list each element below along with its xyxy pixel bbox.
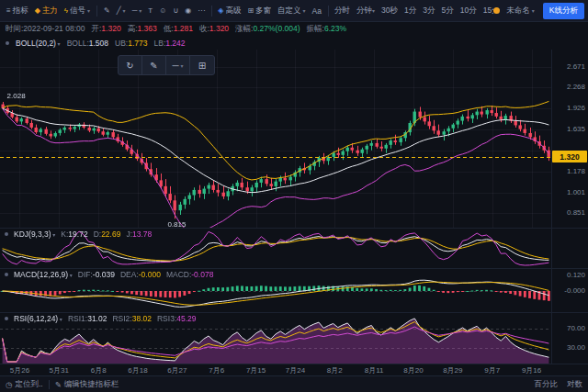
brush-button[interactable]: ✎: [142, 56, 166, 74]
price-axis-label: 2.671: [567, 62, 585, 71]
custom-label: 自定义: [277, 6, 301, 17]
timeframe-1分[interactable]: 1分: [401, 4, 419, 18]
timeframe-label: 分时: [334, 6, 350, 15]
chevron-down-icon: ▾: [51, 232, 56, 238]
candlestick-chart[interactable]: [0, 50, 551, 228]
field-label: DIF:: [78, 270, 93, 279]
line-style-button[interactable]: ─▾: [166, 56, 190, 74]
indicators-label: 指标: [13, 6, 28, 17]
timeframe-10分[interactable]: 10分: [458, 4, 480, 18]
indicator-name: BOLL(20,2): [16, 39, 56, 48]
candle-time: 时间:2022-09-21 08:00: [6, 24, 85, 35]
boll-name-button[interactable]: BOLL(20,2) ▾: [16, 39, 61, 48]
ohlc-field-涨幅: 涨幅:0.27%(0.004): [235, 24, 300, 35]
scale-log-button[interactable]: 对数: [567, 379, 582, 390]
timeframe-label: 15分: [483, 6, 494, 15]
draw-tool-horizontal-line-tool[interactable]: ─▾: [130, 6, 145, 17]
date-label: 5月31: [50, 365, 69, 375]
goto-date-button[interactable]: ◷ 定位到..: [6, 379, 43, 390]
timeframe-3分[interactable]: 3分: [420, 4, 437, 18]
kdj-axis[interactable]: [551, 229, 588, 268]
timeframe-15分[interactable]: 15分: [481, 4, 494, 18]
timeframe-30秒[interactable]: 30秒: [379, 4, 401, 18]
ohlc-field-低: 低:1.281: [164, 24, 193, 35]
date-label: 9月16: [522, 365, 541, 375]
draw-tool-emoji-tool[interactable]: ☺: [156, 6, 169, 17]
date-labels: 5月265月316月86月186月277月67月157月248月28月118月2…: [0, 364, 551, 375]
signal-button[interactable]: ϟ信号▾: [62, 4, 93, 18]
rsi-header: RSI(6,12,24) ▾RSI1:31.02RSI2:38.02RSI3:4…: [5, 314, 197, 323]
layout-name-button[interactable]: 未命名▾: [503, 4, 537, 18]
draw-tool-trendline-tool[interactable]: ╱▾: [114, 6, 129, 17]
time-axis[interactable]: 5月265月316月86月186月277月67月157月248月28月118月2…: [0, 364, 588, 375]
chevron-down-icon: ▾: [139, 7, 141, 14]
top-toolbar: ≡指标◆主力ϟ信号▾✎╱▾─▾T☺∪◉⋯ ◈高级⊞多窗自定义▾Aa 分时分钟▾3…: [0, 0, 588, 22]
price-axis[interactable]: 1.320 2.6712.2681.9261.6351.1781.0010.85…: [551, 50, 588, 228]
rsi-axis[interactable]: 70.0030.00: [551, 313, 588, 364]
horizontal-line-tool-icon: ─: [132, 7, 138, 15]
more-tools-icon: ⋯: [198, 7, 205, 15]
draw-tool-more-tools[interactable]: ⋯: [195, 6, 208, 17]
history-icon: ↻: [126, 61, 133, 71]
main-force-label: 主力: [42, 6, 58, 17]
field-label: 收:: [199, 24, 209, 33]
chevron-down-icon: ▾: [123, 7, 126, 14]
kdj-field-D: D:22.69: [94, 230, 121, 239]
draw-tool-brush-tool[interactable]: ✎: [101, 6, 113, 17]
main-force-button[interactable]: ◆主力: [32, 4, 61, 18]
indicator-icon: ≡: [6, 7, 11, 15]
macd-axis[interactable]: 0.120-0.000: [551, 269, 588, 312]
history-button[interactable]: ↻: [119, 56, 142, 74]
status-bar: ◷ 定位到.. ✎ 编辑快捷指标栏 百分比对数: [0, 375, 588, 392]
chevron-down-icon: ▾: [532, 7, 535, 14]
price-axis-label: 0.851: [567, 208, 585, 217]
price-axis-label: 1.001: [567, 188, 585, 196]
boll-field-BOLL: BOLL:1.508: [67, 39, 108, 48]
date-label: 6月8: [91, 365, 107, 375]
date-label: 8月20: [403, 365, 423, 375]
boll-field-UB: UB:1.773: [115, 39, 147, 48]
field-label: D:: [94, 230, 102, 239]
field-value: 1.320: [101, 24, 120, 33]
font-size-button[interactable]: Aa: [310, 5, 324, 17]
edit-shortcut-indicators-button[interactable]: ✎ 编辑快捷指标栏: [55, 379, 119, 390]
kdj-name-button[interactable]: KDJ(9,3,3) ▾: [14, 230, 55, 239]
field-value: 1.281: [174, 24, 193, 33]
advanced-label: 高级: [225, 6, 241, 17]
field-label: MACD:: [166, 270, 191, 279]
kline-analysis-button[interactable]: K线分析: [543, 3, 584, 19]
field-value: 19.72: [68, 230, 87, 239]
draw-tool-magnet-tool[interactable]: ∪: [170, 6, 181, 17]
ohlc-field-振幅: 振幅:6.23%: [307, 24, 346, 35]
field-value: 13.78: [132, 230, 152, 239]
advanced-icon: ◈: [218, 7, 223, 15]
draw-tool-visibility-tool[interactable]: ◉: [182, 6, 194, 17]
field-value: -0.078: [191, 270, 213, 279]
timeframe-分时[interactable]: 分时: [332, 4, 353, 18]
scale-percent-button[interactable]: 百分比: [535, 379, 559, 390]
indicators-button[interactable]: ≡指标: [4, 4, 31, 18]
rsi-name-button[interactable]: RSI(6,12,24) ▾: [14, 314, 62, 323]
field-value: 1.320: [209, 24, 229, 33]
boll-field-LB: LB:1.242: [153, 39, 185, 48]
grid-layout-button[interactable]: ⊞: [190, 56, 214, 74]
rsi-field-RSI3: RSI3:45.29: [157, 314, 197, 323]
edit-icon: ✎: [55, 380, 62, 389]
timeframe-分钟[interactable]: 分钟▾: [354, 4, 378, 18]
multi-window-button[interactable]: ⊞多窗: [244, 4, 274, 18]
price-axis-label: 1.926: [567, 104, 585, 112]
macd-name-button[interactable]: MACD(12,26,9) ▾: [14, 270, 73, 279]
advanced-button[interactable]: ◈高级: [215, 4, 243, 18]
divider: [49, 380, 50, 389]
draw-tool-text-tool[interactable]: T: [145, 6, 155, 17]
trading-app: ≡指标◆主力ϟ信号▾✎╱▾─▾T☺∪◉⋯ ◈高级⊞多窗自定义▾Aa 分时分钟▾3…: [0, 0, 588, 392]
field-value: 1.508: [89, 39, 108, 48]
visibility-tool-icon: ◉: [185, 7, 191, 15]
custom-button[interactable]: 自定义▾: [275, 4, 309, 18]
macd-field-MACD: MACD:-0.078: [166, 270, 214, 279]
timeframe-5分[interactable]: 5分: [438, 4, 456, 18]
price-axis-label: 2.268: [567, 83, 585, 91]
field-value: 38.02: [132, 314, 152, 323]
brush-icon: ✎: [150, 61, 157, 71]
field-label: UB:: [115, 39, 128, 48]
